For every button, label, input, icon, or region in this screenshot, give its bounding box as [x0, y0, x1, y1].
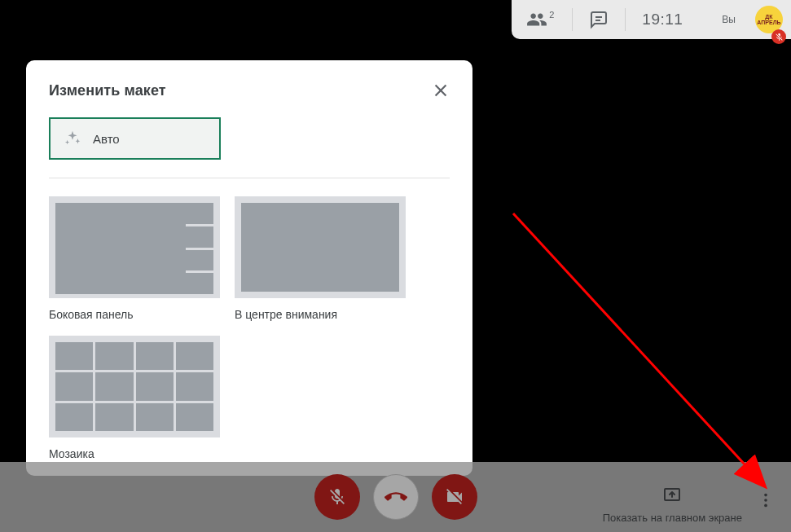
call-controls [314, 474, 477, 520]
present-icon [662, 486, 682, 505]
svg-point-5 [764, 494, 767, 497]
camera-off-icon [445, 487, 464, 507]
layout-option-sidebar[interactable]: Боковая панель [49, 196, 220, 321]
divider [572, 8, 573, 31]
layout-option-spotlight[interactable]: В центре внимания [235, 196, 406, 321]
more-options-button[interactable] [752, 486, 780, 514]
clock-time: 19:11 [642, 11, 683, 29]
participants-count: 2 [549, 10, 554, 20]
participants-button[interactable]: 2 [526, 9, 556, 30]
present-screen-button[interactable]: Показать на главном экране [603, 486, 742, 524]
dialog-header: Изменить макет [49, 81, 450, 99]
mic-muted-badge [771, 29, 786, 44]
layout-options-grid: Боковая панель В центре внимания Мозаика [49, 196, 450, 460]
sparkle-icon [64, 130, 81, 147]
present-label: Показать на главном экране [603, 512, 742, 524]
camera-button[interactable] [432, 474, 477, 520]
meeting-top-bar: 2 19:11 Вы ДК АПРЕЛЬ [512, 0, 791, 39]
close-icon [432, 81, 450, 99]
self-label: Вы [722, 14, 736, 25]
phone-hangup-icon [385, 486, 407, 508]
svg-point-6 [764, 499, 767, 502]
more-vertical-icon [757, 491, 775, 509]
change-layout-dialog: Изменить макет Авто Боковая панель В цен… [26, 60, 472, 476]
layout-option-mosaic[interactable]: Мозаика [49, 336, 220, 460]
divider [49, 178, 450, 178]
svg-line-9 [513, 213, 764, 486]
sidebar-label: Боковая панель [49, 308, 220, 321]
mic-off-icon [775, 33, 784, 42]
svg-point-7 [764, 504, 767, 508]
mute-button[interactable] [314, 474, 360, 520]
avatar-text: ДК АПРЕЛЬ [755, 14, 783, 25]
people-icon [526, 9, 547, 30]
dialog-title: Изменить макет [49, 82, 166, 99]
chat-button[interactable] [589, 10, 609, 29]
close-button[interactable] [432, 81, 450, 99]
layout-option-auto[interactable]: Авто [49, 117, 221, 160]
auto-label: Авто [93, 132, 120, 146]
bottom-controls-bar: Показать на главном экране [0, 462, 791, 532]
hangup-button[interactable] [373, 474, 419, 520]
spotlight-label: В центре внимания [235, 308, 406, 321]
mic-off-icon [327, 487, 347, 507]
mosaic-label: Мозаика [49, 447, 220, 460]
chat-icon [589, 10, 609, 29]
sidebar-thumbnail [49, 196, 220, 298]
spotlight-thumbnail [235, 196, 406, 298]
divider [625, 8, 626, 31]
mosaic-thumbnail [49, 336, 220, 437]
